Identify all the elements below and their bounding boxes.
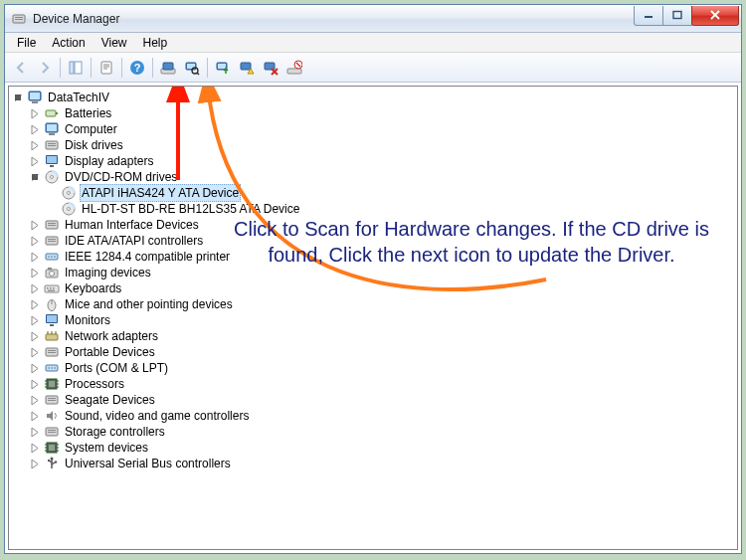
category-icon bbox=[44, 312, 60, 328]
tree-item-label: Universal Serial Bus controllers bbox=[63, 456, 233, 471]
tree-category[interactable]: Sound, video and game controllers bbox=[30, 408, 734, 424]
tree-device[interactable]: ATAPI iHAS424 Y ATA Device bbox=[47, 185, 734, 201]
tree-item-label: IDE ATA/ATAPI controllers bbox=[63, 233, 205, 249]
expand-toggle[interactable] bbox=[30, 427, 41, 438]
tree-category[interactable]: DVD/CD-ROM drives bbox=[30, 169, 734, 185]
tree-category[interactable]: IDE ATA/ATAPI controllers bbox=[30, 233, 734, 249]
tree-category[interactable]: Seagate Devices bbox=[30, 392, 734, 408]
tree-device[interactable]: HL-DT-ST BD-RE BH12LS35 ATA Device bbox=[47, 201, 734, 217]
tree-category[interactable]: IEEE 1284.4 compatible printer bbox=[30, 249, 734, 265]
back-button[interactable] bbox=[9, 56, 33, 80]
expand-toggle[interactable] bbox=[30, 459, 41, 469]
tree-category[interactable]: Mice and other pointing devices bbox=[30, 296, 734, 312]
tree-item-label: Storage controllers bbox=[63, 424, 167, 440]
expand-toggle[interactable] bbox=[30, 379, 41, 390]
properties-button[interactable] bbox=[94, 56, 118, 80]
title-bar[interactable]: Device Manager bbox=[5, 5, 741, 33]
menu-action[interactable]: Action bbox=[44, 34, 93, 52]
disc-drive-icon bbox=[61, 201, 77, 217]
expand-toggle[interactable] bbox=[30, 124, 41, 135]
maximize-button[interactable] bbox=[662, 6, 692, 26]
tree-category[interactable]: Network adapters bbox=[30, 328, 734, 344]
expand-toggle[interactable] bbox=[30, 283, 41, 294]
close-button[interactable] bbox=[691, 6, 739, 26]
svg-rect-67 bbox=[673, 12, 681, 19]
tree-item-label: Disk drives bbox=[63, 137, 125, 153]
menu-view[interactable]: View bbox=[93, 34, 135, 52]
toolbar-separator bbox=[91, 58, 92, 78]
tree-item-label: Imaging devices bbox=[63, 265, 153, 280]
minimize-button[interactable] bbox=[634, 6, 663, 26]
expand-toggle[interactable] bbox=[30, 140, 41, 151]
expand-toggle[interactable] bbox=[30, 443, 41, 454]
category-icon bbox=[44, 376, 60, 392]
unknown-devices-button[interactable] bbox=[282, 56, 306, 80]
tree-root[interactable]: DataTechIV bbox=[13, 90, 734, 105]
disable-button[interactable] bbox=[235, 56, 259, 80]
tree-category[interactable]: Universal Serial Bus controllers bbox=[30, 456, 734, 471]
update-driver-button[interactable] bbox=[211, 56, 235, 80]
category-icon bbox=[44, 424, 60, 440]
properties-icon bbox=[98, 60, 114, 76]
tree-category[interactable]: Computer bbox=[30, 121, 734, 137]
device-manager-window: Device Manager File Action View Help bbox=[4, 4, 742, 554]
expand-toggle[interactable] bbox=[30, 156, 41, 167]
expand-toggle[interactable] bbox=[30, 347, 41, 358]
menu-file[interactable]: File bbox=[9, 34, 44, 52]
expand-toggle[interactable] bbox=[30, 108, 41, 119]
category-icon bbox=[44, 296, 60, 312]
expand-toggle[interactable] bbox=[30, 363, 41, 374]
tree-item-label: Seagate Devices bbox=[63, 392, 157, 408]
tree-item-label: Computer bbox=[63, 121, 119, 137]
category-icon bbox=[44, 265, 60, 280]
expand-toggle[interactable] bbox=[30, 236, 41, 247]
tree-item-label: ATAPI iHAS424 Y ATA Device bbox=[80, 184, 241, 202]
category-icon bbox=[44, 105, 60, 121]
console-tree-button[interactable] bbox=[64, 56, 88, 80]
tree-category[interactable]: Disk drives bbox=[30, 137, 734, 153]
tree-category[interactable]: Display adapters bbox=[30, 153, 734, 169]
scan-hardware-button[interactable] bbox=[180, 56, 204, 80]
expand-toggle[interactable] bbox=[30, 411, 41, 422]
category-icon bbox=[44, 440, 60, 456]
expand-toggle[interactable] bbox=[30, 252, 41, 263]
tree-item-label: Network adapters bbox=[63, 328, 160, 344]
toolbar-separator bbox=[121, 58, 122, 78]
show-hidden-icon bbox=[160, 60, 176, 76]
tree-category[interactable]: Processors bbox=[30, 376, 734, 392]
expand-toggle[interactable] bbox=[30, 331, 41, 342]
disable-icon bbox=[239, 60, 255, 76]
tree-category[interactable]: Monitors bbox=[30, 312, 734, 328]
tree-category[interactable]: System devices bbox=[30, 440, 734, 456]
device-tree-panel: DataTechIV BatteriesComputerDisk drivesD… bbox=[8, 86, 738, 550]
show-hidden-button[interactable] bbox=[156, 56, 180, 80]
menu-help[interactable]: Help bbox=[135, 34, 176, 52]
uninstall-button[interactable] bbox=[259, 56, 282, 80]
tree-category[interactable]: Human Interface Devices bbox=[30, 217, 734, 233]
category-icon bbox=[44, 217, 60, 233]
help-button[interactable] bbox=[125, 56, 149, 80]
tree-item-label: Processors bbox=[63, 376, 126, 392]
tree-item-label: IEEE 1284.4 compatible printer bbox=[63, 249, 232, 265]
forward-button[interactable] bbox=[33, 56, 57, 80]
tree-item-label: Human Interface Devices bbox=[63, 217, 201, 233]
expand-toggle[interactable] bbox=[30, 315, 41, 326]
tree-category[interactable]: Keyboards bbox=[30, 280, 734, 296]
expand-toggle[interactable] bbox=[30, 172, 41, 183]
tree-category[interactable]: Batteries bbox=[30, 105, 734, 121]
device-tree[interactable]: DataTechIV BatteriesComputerDisk drivesD… bbox=[9, 90, 734, 471]
forward-arrow-icon bbox=[37, 60, 53, 76]
tree-category[interactable]: Imaging devices bbox=[30, 265, 734, 280]
expand-toggle[interactable] bbox=[13, 93, 24, 103]
expand-toggle[interactable] bbox=[30, 395, 41, 406]
expand-toggle[interactable] bbox=[30, 220, 41, 231]
tree-category[interactable]: Ports (COM & LPT) bbox=[30, 360, 734, 376]
category-icon bbox=[44, 169, 60, 185]
expand-toggle[interactable] bbox=[30, 299, 41, 310]
category-icon bbox=[44, 137, 60, 153]
tree-category[interactable]: Storage controllers bbox=[30, 424, 734, 440]
expand-toggle[interactable] bbox=[30, 268, 41, 279]
tree-icon bbox=[68, 60, 84, 76]
tree-category[interactable]: Portable Devices bbox=[30, 344, 734, 360]
tree-item-label: HL-DT-ST BD-RE BH12LS35 ATA Device bbox=[80, 201, 301, 217]
